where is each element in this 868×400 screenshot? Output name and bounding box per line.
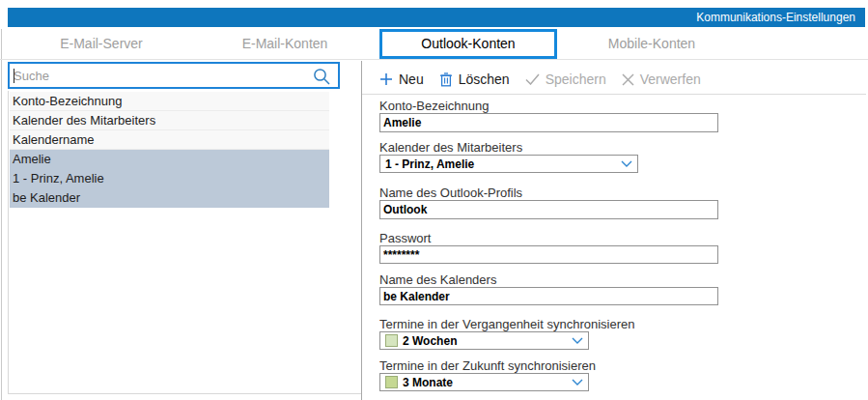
field-group-mitarbeiter-kalender: Kalender des Mitarbeiters 1 - Prinz, Ame… [379, 141, 638, 173]
field-label: Termine in der Vergangenheit synchronisi… [379, 318, 635, 331]
field-label: Name des Outlook-Profils [379, 186, 718, 200]
field-label: Name des Kalenders [379, 273, 718, 287]
tab-outlook-konten[interactable]: Outlook-Konten [379, 29, 557, 59]
zukunft-sync-select[interactable]: 3 Monate [379, 373, 589, 391]
delete-button[interactable]: Löschen [439, 71, 510, 87]
new-button[interactable]: Neu [379, 71, 424, 87]
x-icon [622, 73, 634, 86]
field-group-outlook-profil: Name des Outlook-Profils [379, 186, 718, 219]
record-toolbar: Neu Löschen Speichern Verwerfen [379, 67, 701, 92]
select-value: 3 Monate [403, 376, 453, 389]
field-label: Passwort [379, 232, 718, 245]
field-label: Kalender des Mitarbeiters [379, 141, 638, 155]
list-item[interactable]: Kalendername [10, 130, 329, 150]
field-label: Konto-Bezeichnung [379, 100, 718, 113]
passwort-input[interactable] [379, 245, 718, 264]
list-item-selected[interactable]: Amelie [10, 150, 329, 169]
new-button-label: Neu [399, 71, 424, 87]
outlook-profil-input[interactable] [379, 200, 718, 219]
panel-separator [361, 61, 362, 400]
save-button-label: Speichern [546, 71, 606, 87]
check-icon [525, 73, 540, 85]
kalendername-input[interactable] [379, 287, 718, 305]
konto-bezeichnung-input[interactable] [379, 113, 718, 132]
field-group-zukunft-sync: Termine in der Zukunft synchronisieren 3… [379, 359, 596, 391]
list-item[interactable]: Kalender des Mitarbeiters [10, 111, 329, 130]
discard-button-label: Verwerfen [640, 71, 701, 87]
search-box [8, 62, 340, 89]
discard-button[interactable]: Verwerfen [622, 71, 701, 87]
record-list: Konto-Bezeichnung Kalender des Mitarbeit… [10, 92, 329, 208]
trash-icon [439, 72, 453, 87]
select-value: 2 Wochen [403, 334, 457, 348]
tab-email-server[interactable]: E-Mail-Server [10, 29, 193, 59]
list-item[interactable]: Konto-Bezeichnung [10, 92, 329, 111]
list-panel-bottom-border [8, 393, 361, 394]
window-title: Kommunikations-Einstellungen [8, 8, 865, 27]
window-titlebar: Kommunikations-Einstellungen [8, 8, 865, 27]
tab-email-konten[interactable]: E-Mail-Konten [193, 29, 377, 59]
field-group-vergangenheit-sync: Termine in der Vergangenheit synchronisi… [379, 318, 635, 350]
save-button[interactable]: Speichern [525, 71, 606, 87]
search-input[interactable] [14, 66, 303, 85]
select-value: 1 - Prinz, Amelie [385, 157, 474, 171]
window-left-border [1, 29, 2, 400]
communication-settings-window: Kommunikations-Einstellungen E-Mail-Serv… [0, 0, 868, 400]
tab-strip: E-Mail-Server E-Mail-Konten Outlook-Kont… [0, 29, 868, 60]
list-item-selected[interactable]: 1 - Prinz, Amelie [10, 169, 329, 188]
list-item-selected[interactable]: be Kalender [10, 188, 329, 208]
field-group-kalendername: Name des Kalenders [379, 273, 718, 305]
text-caret [14, 69, 14, 83]
chevron-down-icon [572, 379, 583, 386]
field-label: Termine in der Zukunft synchronisieren [379, 359, 596, 373]
vergangenheit-sync-select[interactable]: 2 Wochen [379, 331, 589, 350]
chevron-down-icon [572, 337, 583, 344]
delete-button-label: Löschen [459, 71, 510, 87]
tab-mobile-konten[interactable]: Mobile-Konten [560, 29, 743, 59]
duration-swatch-icon [385, 334, 398, 347]
duration-swatch-icon [385, 376, 398, 388]
search-icon[interactable] [313, 68, 331, 86]
plus-icon [379, 72, 393, 86]
kalender-des-mitarbeiters-select[interactable]: 1 - Prinz, Amelie [379, 155, 638, 173]
list-panel-left-border [8, 91, 9, 393]
chevron-down-icon [621, 160, 632, 167]
toolbar-separator [362, 94, 866, 95]
field-group-konto-bezeichnung: Konto-Bezeichnung [379, 100, 718, 132]
field-group-passwort: Passwort [379, 232, 718, 264]
